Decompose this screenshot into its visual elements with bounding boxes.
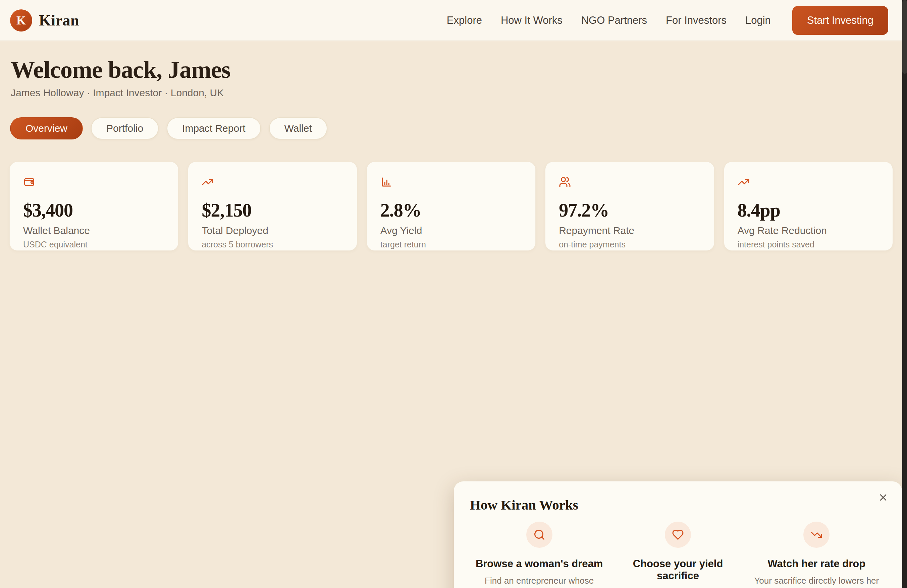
stat-value: 8.4pp bbox=[738, 200, 879, 221]
logo-letter: K bbox=[16, 13, 26, 27]
close-button[interactable] bbox=[876, 490, 891, 505]
step-title: Browse a woman's dream bbox=[475, 558, 603, 570]
trending-up-icon bbox=[202, 176, 343, 188]
nav-item-explore[interactable]: Explore bbox=[447, 14, 482, 27]
stat-sublabel: across 5 borrowers bbox=[202, 240, 343, 249]
kiran-logo-icon: K bbox=[10, 10, 32, 32]
brand-name: Kiran bbox=[39, 11, 79, 29]
nav-item-for-investors[interactable]: For Investors bbox=[666, 14, 726, 27]
avg-rate-reduction-card: 8.4pp Avg Rate Reduction interest points… bbox=[724, 161, 893, 251]
stat-value: 97.2% bbox=[559, 200, 700, 221]
step-title: Watch her rate drop bbox=[753, 558, 880, 570]
stat-label: Total Deployed bbox=[202, 225, 343, 236]
step-description: Find an entrepreneur whose vision inspir… bbox=[475, 575, 603, 588]
close-icon bbox=[878, 492, 889, 503]
nav-item-login[interactable]: Login bbox=[745, 14, 771, 27]
tab-portfolio[interactable]: Portfolio bbox=[91, 117, 159, 139]
wallet-icon bbox=[23, 176, 165, 188]
nav-item-ngo-partners[interactable]: NGO Partners bbox=[581, 14, 647, 27]
stat-value: 2.8% bbox=[380, 200, 522, 221]
top-navbar: K Kiran Explore How It Works NGO Partner… bbox=[0, 0, 907, 41]
step-choose-sacrifice: Choose your yield sacrifice Accept a low… bbox=[609, 522, 747, 588]
how-kiran-works-panel: How Kiran Works Browse a woman's dream F… bbox=[454, 481, 902, 588]
stat-sublabel: target return bbox=[380, 240, 522, 249]
start-investing-button[interactable]: Start Investing bbox=[792, 6, 888, 35]
stat-sublabel: interest points saved bbox=[738, 240, 879, 249]
avg-yield-card: 2.8% Avg Yield target return bbox=[367, 161, 536, 251]
trending-down-icon bbox=[811, 529, 822, 541]
users-icon bbox=[559, 176, 700, 188]
trending-up-icon bbox=[738, 176, 879, 188]
brand[interactable]: K Kiran bbox=[10, 10, 79, 32]
step-description: Your sacrifice directly lowers her inter… bbox=[753, 575, 880, 588]
step-icon-circle bbox=[526, 522, 553, 548]
stat-value: $3,400 bbox=[23, 200, 165, 221]
step-browse: Browse a woman's dream Find an entrepren… bbox=[470, 522, 609, 588]
stat-label: Wallet Balance bbox=[23, 225, 165, 236]
stat-label: Avg Yield bbox=[380, 225, 522, 236]
step-icon-circle bbox=[665, 522, 691, 548]
main-nav: Explore How It Works NGO Partners For In… bbox=[447, 6, 888, 35]
page-title: Welcome back, James bbox=[11, 57, 896, 83]
investor-profile-line: James Holloway · Impact Investor · Londo… bbox=[11, 87, 896, 99]
step-title: Choose your yield sacrifice bbox=[614, 558, 742, 582]
repayment-rate-card: 97.2% Repayment Rate on-time payments bbox=[545, 161, 714, 251]
stat-sublabel: USDC equivalent bbox=[23, 240, 165, 249]
bar-chart-icon bbox=[380, 176, 522, 188]
tab-impact-report[interactable]: Impact Report bbox=[167, 117, 261, 139]
tab-wallet[interactable]: Wallet bbox=[269, 117, 327, 139]
stat-value: $2,150 bbox=[202, 200, 343, 221]
stats-row: $3,400 Wallet Balance USDC equivalent $2… bbox=[10, 161, 893, 251]
wallet-balance-card: $3,400 Wallet Balance USDC equivalent bbox=[10, 161, 178, 251]
scrollbar-track[interactable] bbox=[902, 0, 907, 588]
step-description: Accept a lower return to reduce her borr… bbox=[614, 586, 742, 588]
step-watch-rate-drop: Watch her rate drop Your sacrifice direc… bbox=[747, 522, 886, 588]
dashboard-tabs: Overview Portfolio Impact Report Wallet bbox=[0, 117, 907, 139]
welcome-section: Welcome back, James James Holloway · Imp… bbox=[0, 41, 907, 99]
stat-sublabel: on-time payments bbox=[559, 240, 700, 249]
steps-row: Browse a woman's dream Find an entrepren… bbox=[470, 522, 886, 588]
step-icon-circle bbox=[803, 522, 830, 548]
panel-title: How Kiran Works bbox=[470, 497, 886, 513]
total-deployed-card: $2,150 Total Deployed across 5 borrowers bbox=[188, 161, 357, 251]
scrollbar-thumb[interactable] bbox=[902, 0, 907, 74]
stat-label: Avg Rate Reduction bbox=[738, 225, 879, 236]
heart-icon bbox=[672, 529, 684, 541]
stat-label: Repayment Rate bbox=[559, 225, 700, 236]
search-icon bbox=[533, 529, 545, 541]
nav-item-how-it-works[interactable]: How It Works bbox=[501, 14, 562, 27]
tab-overview[interactable]: Overview bbox=[10, 117, 83, 139]
